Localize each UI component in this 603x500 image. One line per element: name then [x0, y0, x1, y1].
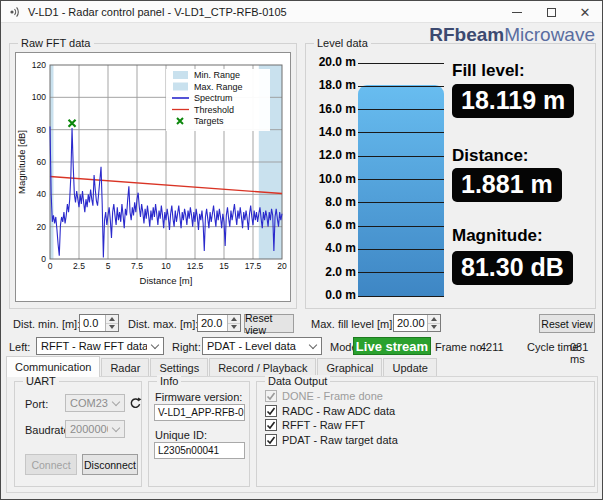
chevron-down-icon: [108, 402, 124, 405]
right-graph-selected: PDAT - Level data: [203, 340, 305, 352]
checkbox-label: RFFT - Raw FFT: [282, 419, 365, 431]
left-graph-selected: RFFT - Raw FFT data: [37, 340, 147, 352]
gauge-tick-line: [358, 109, 444, 110]
svg-text:60: 60: [37, 157, 47, 167]
dist-max-down-button[interactable]: [228, 323, 240, 332]
chevron-down-icon: [305, 345, 321, 348]
gauge-tick-label: 6.0 m: [325, 218, 356, 232]
gauge-tick-line: [358, 272, 444, 273]
firmware-version-field[interactable]: V-LD1_APP-RFB-0105: [154, 404, 245, 421]
maximize-button[interactable]: [534, 1, 568, 23]
gauge-tick-label: 10.0 m: [319, 172, 356, 186]
connect-button: Connect: [25, 454, 77, 475]
gauge-tick-label: 8.0 m: [325, 195, 356, 209]
fft-chart-svg: 02.557.51012.51517.520020406080100120Dis…: [16, 53, 290, 301]
dist-max-spinner[interactable]: 20.0: [197, 314, 241, 332]
minimize-icon: [512, 12, 522, 13]
gauge-tick-line: [358, 249, 444, 250]
right-graph-select[interactable]: PDAT - Level data: [202, 337, 322, 355]
fill-level-gauge: [358, 63, 444, 296]
gauge-tick-label: 0.0 m: [325, 288, 356, 302]
checkbox-icon[interactable]: [265, 405, 277, 417]
legend-label: Threshold: [194, 105, 234, 115]
gauge-tick-label: 16.0 m: [319, 102, 356, 116]
arrow-down-icon: [431, 325, 437, 329]
svg-text:2.5: 2.5: [73, 261, 85, 271]
unique-id-field[interactable]: L2305n00041: [154, 442, 245, 459]
fft-chart[interactable]: 02.557.51012.51517.520020406080100120Dis…: [15, 52, 291, 302]
svg-text:Magnitude [dB]: Magnitude [dB]: [16, 130, 27, 194]
app-icon: [8, 5, 22, 19]
legend-label: Spectrum: [194, 93, 233, 103]
left-graph-label: Left:: [9, 341, 30, 353]
chevron-down-icon: [108, 428, 124, 431]
tab-panel-communication: UART Port: COM23 Baudrate: 2000000 Conne…: [6, 376, 598, 493]
title-bar: V-LD1 - Radar control panel - V-LD1_CTP-…: [1, 1, 602, 23]
legend-label: Min. Range: [194, 70, 240, 80]
dist-min-down-button[interactable]: [106, 323, 118, 332]
svg-text:12.5: 12.5: [187, 261, 204, 271]
dist-max-up-button[interactable]: [228, 315, 240, 323]
tab-update[interactable]: Update: [383, 358, 436, 377]
close-button[interactable]: ✕: [568, 1, 602, 23]
max-fill-down-button[interactable]: [428, 323, 440, 332]
checkbox-row-rfft[interactable]: RFFT - Raw FFT: [265, 419, 365, 431]
gauge-tick-line: [358, 86, 444, 87]
max-fill-up-button[interactable]: [428, 315, 440, 323]
cycle-time-value: 081 ms: [570, 341, 602, 365]
tab-strip: CommunicationRadarSettingsRecord / Playb…: [6, 358, 438, 377]
refresh-ports-button[interactable]: [127, 394, 144, 412]
dist-min-up-button[interactable]: [106, 315, 118, 323]
arrow-up-icon: [431, 317, 437, 321]
checkbox-icon[interactable]: [265, 419, 277, 431]
port-selected: COM23: [66, 397, 108, 409]
right-graph-label: Right:: [172, 341, 201, 353]
checkbox-row-radc[interactable]: RADC - Raw ADC data: [265, 405, 395, 417]
app-window: V-LD1 - Radar control panel - V-LD1_CTP-…: [0, 0, 603, 500]
dist-max-value: 20.0: [198, 315, 227, 331]
svg-text:17.5: 17.5: [245, 261, 262, 271]
level-data-group: Level data 20.0 m18.0 m16.0 m14.0 m12.0 …: [305, 43, 596, 309]
firmware-version-label: Firmware version:: [155, 391, 242, 403]
gauge-tick-label: 14.0 m: [319, 125, 356, 139]
tab-radar[interactable]: Radar: [101, 358, 149, 377]
stream-bar: Left: RFFT - Raw FFT data Right: PDAT - …: [1, 337, 602, 357]
target-marker-icon: [69, 120, 76, 127]
dist-min-spinner[interactable]: 0.0: [79, 314, 119, 332]
level-reset-view-button[interactable]: Reset view: [539, 314, 595, 333]
gauge-tick-label: 12.0 m: [319, 148, 356, 162]
uart-group: UART Port: COM23 Baudrate: 2000000 Conne…: [14, 381, 142, 487]
magnitude-label: Magnitude:: [452, 226, 543, 246]
dist-min-label: Dist. min. [m]:: [13, 318, 80, 330]
checkbox-label: RADC - Raw ADC data: [282, 405, 395, 417]
checkbox-icon[interactable]: [265, 434, 277, 446]
svg-text:15: 15: [219, 261, 229, 271]
raw-fft-group-title: Raw FFT data: [18, 37, 94, 49]
distance-label: Distance:: [452, 146, 529, 166]
gauge-tick-line: [358, 156, 444, 157]
svg-text:100: 100: [32, 92, 46, 102]
left-graph-select[interactable]: RFFT - Raw FFT data: [36, 337, 164, 355]
tab-communication[interactable]: Communication: [6, 356, 100, 377]
window-title: V-LD1 - Radar control panel - V-LD1_CTP-…: [28, 6, 287, 18]
mode-status-badge: Live stream: [353, 337, 431, 355]
unique-id-label: Unique ID:: [155, 429, 207, 441]
frame-no-value: 4211: [480, 341, 504, 353]
dist-min-value: 0.0: [80, 315, 105, 331]
baudrate-select: 2000000: [65, 420, 125, 438]
svg-text:0: 0: [41, 254, 46, 264]
logo-light: Microwave: [504, 24, 595, 45]
gauge-tick-line: [358, 63, 444, 64]
fft-reset-view-button[interactable]: Reset view: [244, 314, 294, 333]
max-fill-level-spinner[interactable]: 20.00: [393, 314, 441, 332]
disconnect-button[interactable]: Disconnect: [82, 454, 138, 475]
minimize-button[interactable]: [500, 1, 534, 23]
gauge-scale-labels: 20.0 m18.0 m16.0 m14.0 m12.0 m10.0 m8.0 …: [310, 44, 356, 308]
arrow-up-icon: [231, 317, 237, 321]
gauge-tick-label: 2.0 m: [325, 265, 356, 279]
gauge-tick-line: [358, 132, 444, 133]
gauge-tick-line: [358, 296, 444, 297]
max-fill-level-label: Max. fill level [m]:: [311, 318, 395, 330]
checkbox-row-pdat[interactable]: PDAT - Raw target data: [265, 434, 398, 446]
refresh-icon: [129, 397, 142, 410]
